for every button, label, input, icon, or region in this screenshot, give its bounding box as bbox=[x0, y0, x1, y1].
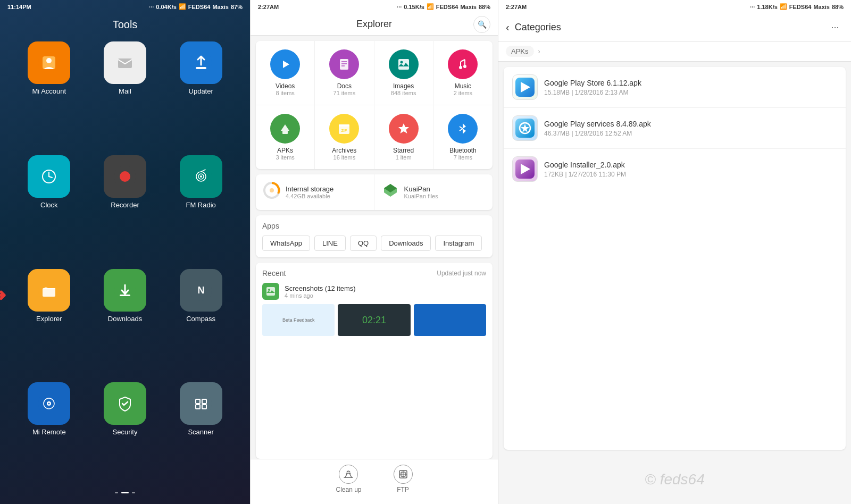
left-signal: ··· bbox=[149, 4, 154, 10]
apk-item-gplay-services[interactable]: Google Play services 8.4.89.apk 46.37MB … bbox=[504, 108, 846, 149]
right-panel: 2:27AM ··· 1.18K/s 📶 FEDS64 Maxis 88% ‹ … bbox=[498, 0, 851, 504]
more-button[interactable]: ··· bbox=[827, 19, 844, 36]
app-tag-line[interactable]: LINE bbox=[314, 236, 346, 251]
mi-account-label: Mi Account bbox=[32, 87, 66, 95]
apk-item-ginstaller[interactable]: Google Installer_2.0.apk 172KB | 1/27/20… bbox=[504, 149, 846, 189]
breadcrumb: APKs › bbox=[498, 41, 851, 62]
ftp-button[interactable]: FTP bbox=[394, 465, 413, 493]
screenshots-icon bbox=[262, 283, 279, 300]
cat-archives[interactable]: ZIP Archives 16 items bbox=[315, 105, 374, 169]
explorer-arrow: ➜ bbox=[0, 285, 6, 305]
right-speed: 1.18K/s bbox=[757, 4, 778, 10]
svg-point-42 bbox=[459, 66, 462, 69]
cat-images[interactable]: Images 848 items bbox=[374, 41, 433, 105]
scanner-label: Scanner bbox=[188, 428, 213, 436]
recent-thumbnails: Beta Feedback 02:21 bbox=[262, 304, 486, 336]
ginstaller-date: 1/27/2016 11:30 PM bbox=[569, 171, 626, 178]
back-button[interactable]: ‹ bbox=[506, 21, 510, 33]
internal-storage-sub: 4.42GB available bbox=[286, 193, 333, 199]
cat-music[interactable]: Music 2 items bbox=[433, 41, 493, 105]
app-item-explorer[interactable]: ➜ Explorer bbox=[16, 269, 82, 373]
gplay-store-size: 15.18MB bbox=[544, 89, 570, 96]
svg-point-52 bbox=[270, 188, 274, 192]
right-wifi-icon: 📶 bbox=[780, 3, 787, 10]
music-name: Music bbox=[455, 82, 471, 90]
images-icon bbox=[389, 49, 419, 79]
svg-point-2 bbox=[46, 58, 52, 63]
kuaipan-storage[interactable]: KuaiPan KuaiPan files bbox=[374, 174, 493, 210]
search-button[interactable]: 🔍 bbox=[473, 16, 490, 33]
apk-item-gplay-store[interactable]: Google Play Store 6.1.12.apk 15.18MB | 1… bbox=[504, 67, 846, 108]
svg-line-50 bbox=[460, 127, 463, 129]
gplay-store-meta: 15.18MB | 1/28/2016 2:13 AM bbox=[544, 89, 837, 96]
left-speed: 0.04K/s bbox=[156, 4, 177, 10]
app-item-mail[interactable]: Mail bbox=[92, 41, 158, 146]
app-item-clock[interactable]: Clock bbox=[16, 155, 82, 259]
recent-updated: Updated just now bbox=[437, 270, 486, 277]
ginstaller-size: 172KB bbox=[544, 171, 563, 178]
app-tag-instagram[interactable]: Instagram bbox=[435, 236, 482, 251]
app-item-fm-radio[interactable]: FM Radio bbox=[168, 155, 234, 259]
kuaipan-info: KuaiPan KuaiPan files bbox=[404, 185, 438, 199]
apks-name: APKs bbox=[277, 147, 293, 154]
dot-2 bbox=[121, 492, 129, 493]
explorer-icon bbox=[28, 269, 70, 312]
left-status-bar: 11:14PM ··· 0.04K/s 📶 FEDS64 Maxis 87% bbox=[0, 0, 250, 13]
app-item-compass[interactable]: N Compass bbox=[168, 269, 234, 373]
app-item-security[interactable]: Security bbox=[92, 382, 158, 486]
breadcrumb-apks[interactable]: APKs bbox=[506, 46, 534, 57]
internal-storage[interactable]: Internal storage 4.42GB available bbox=[256, 174, 374, 210]
svg-rect-19 bbox=[43, 288, 55, 297]
recorder-label: Recorder bbox=[111, 201, 139, 209]
recent-item-screenshots[interactable]: Screenshots (12 items) 4 mins ago bbox=[262, 283, 486, 300]
svg-point-43 bbox=[463, 65, 466, 68]
mid-wifi-icon: 📶 bbox=[427, 3, 434, 10]
thumb-3 bbox=[414, 304, 486, 336]
app-tag-whatsapp[interactable]: WhatsApp bbox=[262, 236, 310, 251]
cleanup-button[interactable]: Clean up bbox=[336, 465, 361, 493]
svg-point-27 bbox=[48, 403, 50, 405]
app-tag-qq[interactable]: QQ bbox=[350, 236, 377, 251]
ftp-label: FTP bbox=[397, 486, 409, 493]
updater-icon bbox=[180, 41, 222, 84]
categories-title: Categories bbox=[515, 22, 821, 33]
cat-videos[interactable]: Videos 8 items bbox=[256, 41, 315, 105]
cleanup-icon bbox=[339, 465, 358, 484]
ginstaller-meta: 172KB | 1/27/2016 11:30 PM bbox=[544, 171, 837, 178]
left-network: FEDS64 bbox=[188, 4, 211, 10]
images-count: 848 items bbox=[391, 90, 416, 96]
gplay-services-meta: 46.37MB | 1/28/2016 12:52 AM bbox=[544, 130, 837, 137]
app-tag-downloads[interactable]: Downloads bbox=[381, 236, 431, 251]
compass-icon: N bbox=[180, 269, 222, 312]
app-item-updater[interactable]: Updater bbox=[168, 41, 234, 146]
images-name: Images bbox=[393, 82, 414, 90]
dot-1 bbox=[115, 492, 118, 493]
gplay-services-name: Google Play services 8.4.89.apk bbox=[544, 120, 837, 128]
left-status-time: 11:14PM bbox=[7, 4, 31, 10]
app-item-mi-remote[interactable]: Mi Remote bbox=[16, 382, 82, 486]
left-panel: 11:14PM ··· 0.04K/s 📶 FEDS64 Maxis 87% T… bbox=[0, 0, 250, 504]
app-item-mi-account[interactable]: Mi Account bbox=[16, 41, 82, 146]
internal-storage-name: Internal storage bbox=[286, 185, 333, 193]
svg-rect-46 bbox=[339, 124, 349, 127]
apps-label: Apps bbox=[262, 222, 486, 230]
right-signal: ··· bbox=[750, 4, 755, 10]
app-item-downloads[interactable]: Downloads bbox=[92, 269, 158, 373]
docs-name: Docs bbox=[337, 82, 352, 90]
thumb-2: 02:21 bbox=[338, 304, 410, 336]
archives-count: 16 items bbox=[333, 154, 356, 161]
cat-bluetooth[interactable]: Bluetooth 7 items bbox=[433, 105, 493, 169]
mi-remote-icon bbox=[28, 382, 70, 425]
app-item-recorder[interactable]: Recorder bbox=[92, 155, 158, 259]
apks-icon bbox=[270, 114, 300, 144]
categories-grid: Videos 8 items Docs 71 items Images 848 … bbox=[256, 41, 493, 169]
app-item-scanner[interactable]: Scanner bbox=[168, 382, 234, 486]
cat-apks[interactable]: APKs 3 items bbox=[256, 105, 315, 169]
ftp-icon bbox=[394, 465, 413, 484]
mid-battery: 88% bbox=[479, 4, 490, 10]
cat-starred[interactable]: Starred 1 item bbox=[374, 105, 433, 169]
svg-rect-53 bbox=[266, 287, 275, 296]
svg-text:ZIP: ZIP bbox=[341, 129, 347, 132]
recorder-icon bbox=[104, 155, 146, 198]
cat-docs[interactable]: Docs 71 items bbox=[315, 41, 374, 105]
